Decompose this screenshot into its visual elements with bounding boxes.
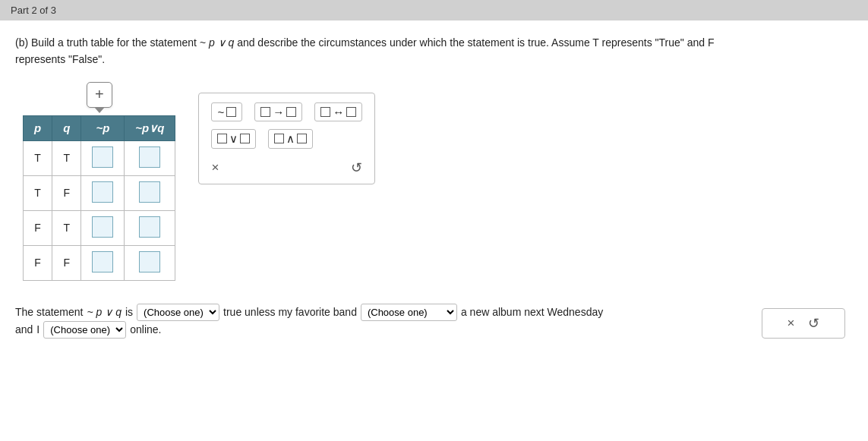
cell-p-3: F [24, 245, 52, 280]
statement-suffix: a new album next Wednesday [461, 306, 603, 318]
neg-button[interactable]: ~ [211, 102, 242, 121]
col-header-q: q [52, 115, 81, 140]
truth-table-area: + p q ~p ~p∨q TTTFFTFF ~ → ↔ [23, 82, 853, 281]
cell-input-notpOrq-0[interactable] [139, 146, 160, 168]
part-label: Part 2 of 3 [11, 5, 56, 16]
statement-line-2: and I (Choose one) am am not online. [15, 321, 603, 339]
cell-p-2: F [24, 210, 52, 245]
cell-q-2: T [52, 210, 81, 245]
statement-i: I [36, 323, 39, 335]
cell-input-notp-3[interactable] [92, 251, 113, 272]
choose-one-select-3[interactable]: (Choose one) am am not [43, 321, 126, 339]
add-column-button[interactable]: + [87, 82, 112, 108]
choose-one-select-2[interactable]: (Choose one) releases does not release [361, 304, 457, 321]
cell-q-0: T [52, 140, 81, 175]
bottom-clear-button[interactable]: × [788, 316, 795, 331]
problem-text: (b) Build a truth table for the statemen… [15, 34, 853, 68]
and-button[interactable]: ∧ [268, 129, 313, 149]
table-row: FF [24, 245, 175, 280]
statement-middle: true unless my favorite band [223, 306, 357, 318]
impl-button[interactable]: → [254, 102, 302, 121]
cell-input-notpOrq-2[interactable] [139, 216, 160, 238]
statement-section: The statement ~ p ∨ q is (Choose one) is… [15, 304, 603, 339]
table-row: FT [24, 210, 175, 245]
cell-q-1: F [52, 175, 81, 210]
statement-is: is [125, 306, 133, 318]
top-bar: Part 2 of 3 [0, 0, 868, 20]
cell-input-notpOrq-3[interactable] [139, 251, 160, 272]
table-section: + p q ~p ~p∨q TTTFFTFF [23, 82, 175, 281]
statement-and: and [15, 323, 33, 335]
cell-notp-0[interactable] [81, 140, 125, 175]
symbol-row-1: ~ → ↔ [211, 102, 362, 121]
symbol-panel-actions: × ↺ [211, 159, 362, 176]
symbol-panel-undo-button[interactable]: ↺ [351, 159, 362, 176]
or-button[interactable]: ∨ [211, 129, 256, 149]
truth-table: p q ~p ~p∨q TTTFFTFF [23, 115, 175, 281]
problem-label: (b) Build a truth table for the statemen… [15, 36, 714, 65]
cell-q-3: F [52, 245, 81, 280]
cell-notpOrq-1[interactable] [125, 175, 175, 210]
statement-line-1: The statement ~ p ∨ q is (Choose one) is… [15, 304, 603, 321]
cell-notpOrq-3[interactable] [125, 245, 175, 280]
cell-input-notp-2[interactable] [92, 216, 113, 238]
biimp-button[interactable]: ↔ [314, 102, 362, 121]
cell-input-notpOrq-1[interactable] [139, 181, 160, 203]
cell-notpOrq-2[interactable] [125, 210, 175, 245]
cell-notp-2[interactable] [81, 210, 125, 245]
statement-prefix: The statement [15, 306, 84, 318]
table-row: TT [24, 140, 175, 175]
add-button-wrap: + [23, 82, 175, 108]
bottom-right-panel: × ↺ [762, 308, 845, 339]
main-content: (b) Build a truth table for the statemen… [0, 20, 868, 354]
bottom-undo-button[interactable]: ↺ [808, 315, 819, 332]
col-header-notpOrq: ~p∨q [125, 115, 175, 140]
table-header-row: p q ~p ~p∨q [24, 115, 175, 140]
statement-online: online. [130, 323, 161, 335]
cell-p-1: T [24, 175, 52, 210]
cell-notpOrq-0[interactable] [125, 140, 175, 175]
symbol-panel: ~ → ↔ ∨ ∧ × ↺ [198, 93, 375, 184]
col-header-notp: ~p [81, 115, 125, 140]
choose-one-select-1[interactable]: (Choose one) is is not [137, 304, 219, 321]
col-header-p: p [24, 115, 52, 140]
cell-notp-1[interactable] [81, 175, 125, 210]
bottom-area: The statement ~ p ∨ q is (Choose one) is… [15, 304, 853, 346]
symbol-row-2: ∨ ∧ [211, 129, 362, 149]
cell-input-notp-0[interactable] [92, 146, 113, 168]
cell-input-notp-1[interactable] [92, 181, 113, 203]
cell-notp-3[interactable] [81, 245, 125, 280]
cell-p-0: T [24, 140, 52, 175]
symbol-panel-clear-button[interactable]: × [211, 160, 219, 175]
table-row: TF [24, 175, 175, 210]
statement-formula: ~ p ∨ q [87, 306, 122, 318]
